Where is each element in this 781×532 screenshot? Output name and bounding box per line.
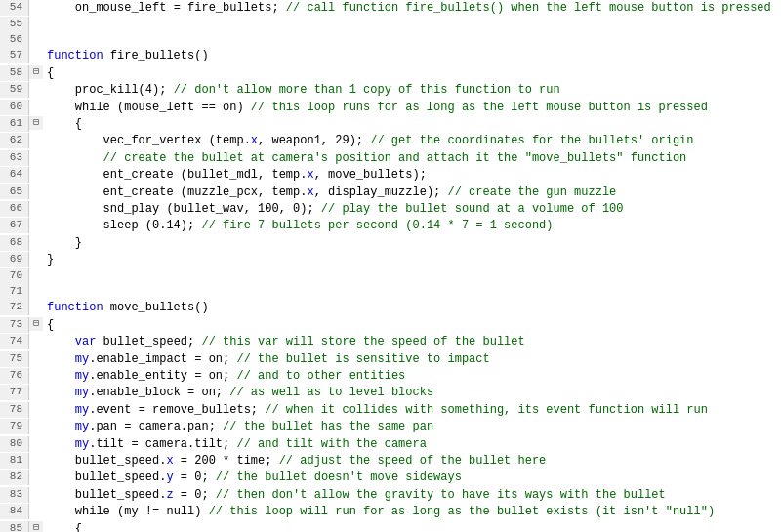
fold-indicator[interactable]: ⊟: [29, 317, 43, 332]
fold-indicator[interactable]: ⊟: [29, 65, 43, 80]
line-content: snd_play (bullet_wav, 100, 0); // play t…: [43, 201, 781, 218]
line-number: 65: [0, 184, 29, 200]
line-content: {: [43, 317, 781, 334]
line-content: function fire_bullets(): [43, 48, 781, 64]
line-number: 68: [0, 235, 29, 251]
line-content: {: [43, 65, 781, 82]
line-number: 64: [0, 167, 29, 183]
line-content: // create the bullet at camera's positio…: [43, 150, 781, 167]
code-line-79: 79 my.pan = camera.pan; // the bullet ha…: [0, 419, 781, 435]
code-line-77: 77 my.enable_block = on; // as well as t…: [0, 385, 781, 401]
line-content: my.enable_entity = on; // and to other e…: [43, 368, 781, 385]
line-content: my.enable_impact = on; // the bullet is …: [43, 351, 781, 368]
line-content: my.tilt = camera.tilt; // and tilt with …: [43, 436, 781, 453]
line-number: 71: [0, 284, 29, 300]
code-line-83: 83 bullet_speed.z = 0; // then don't all…: [0, 487, 781, 504]
line-number: 81: [0, 453, 29, 469]
code-line-62: 62 vec_for_vertex (temp.x, weapon1, 29);…: [0, 133, 781, 149]
code-line-68: 68 }: [0, 235, 781, 252]
line-number: 58: [0, 65, 29, 81]
code-line-84: 84 while (my != null) // this loop will …: [0, 504, 781, 520]
code-line-56: 56: [0, 32, 781, 48]
line-content: function move_bullets(): [43, 300, 781, 316]
line-number: 77: [0, 385, 29, 400]
code-line-85: 85⊟ {: [0, 521, 781, 532]
code-line-64: 64 ent_create (bullet_mdl, temp.x, move_…: [0, 167, 781, 184]
line-number: 61: [0, 116, 29, 132]
line-content: vec_for_vertex (temp.x, weapon1, 29); //…: [43, 133, 781, 149]
line-number: 56: [0, 32, 29, 48]
line-content: var bullet_speed; // this var will store…: [43, 334, 781, 350]
code-line-59: 59 proc_kill(4); // don't allow more tha…: [0, 82, 781, 99]
line-content: my.event = remove_bullets; // when it co…: [43, 402, 781, 419]
line-number: 82: [0, 470, 29, 485]
line-number: 59: [0, 82, 29, 98]
code-line-76: 76 my.enable_entity = on; // and to othe…: [0, 368, 781, 385]
line-number: 79: [0, 419, 29, 434]
code-line-78: 78 my.event = remove_bullets; // when it…: [0, 402, 781, 419]
line-number: 83: [0, 487, 29, 503]
line-content: {: [43, 521, 781, 532]
line-number: 57: [0, 48, 29, 63]
line-content: bullet_speed.y = 0; // the bullet doesn'…: [43, 470, 781, 486]
code-line-82: 82 bullet_speed.y = 0; // the bullet doe…: [0, 470, 781, 486]
code-line-57: 57 function fire_bullets(): [0, 48, 781, 64]
line-number: 70: [0, 268, 29, 284]
code-line-60: 60 while (mouse_left == on) // this loop…: [0, 100, 781, 116]
line-content: bullet_speed.x = 200 * time; // adjust t…: [43, 453, 781, 470]
code-line-67: 67 sleep (0.14); // fire 7 bullets per s…: [0, 218, 781, 234]
code-line-63: 63 // create the bullet at camera's posi…: [0, 150, 781, 167]
line-content: on_mouse_left = fire_bullets; // call fu…: [43, 0, 781, 17]
line-number: 84: [0, 504, 29, 519]
code-line-69: 69 }: [0, 252, 781, 268]
code-line-61: 61⊟ {: [0, 116, 781, 133]
line-number: 62: [0, 133, 29, 148]
code-editor: 54 on_mouse_left = fire_bullets; // call…: [0, 0, 781, 532]
line-number: 54: [0, 0, 29, 16]
code-line-73: 73⊟{: [0, 317, 781, 334]
line-content: ent_create (bullet_mdl, temp.x, move_bul…: [43, 167, 781, 184]
code-line-71: 71: [0, 284, 781, 300]
line-number: 55: [0, 17, 29, 32]
code-line-66: 66 snd_play (bullet_wav, 100, 0); // pla…: [0, 201, 781, 218]
line-content: sleep (0.14); // fire 7 bullets per seco…: [43, 218, 781, 234]
code-line-58: 58⊟{: [0, 65, 781, 82]
code-line-65: 65 ent_create (muzzle_pcx, temp.x, displ…: [0, 184, 781, 201]
line-content: while (my != null) // this loop will run…: [43, 504, 781, 520]
line-number: 60: [0, 100, 29, 115]
line-content: ent_create (muzzle_pcx, temp.x, display_…: [43, 184, 781, 201]
line-number: 66: [0, 201, 29, 217]
code-line-54: 54 on_mouse_left = fire_bullets; // call…: [0, 0, 781, 17]
code-line-74: 74 var bullet_speed; // this var will st…: [0, 334, 781, 350]
code-line-81: 81 bullet_speed.x = 200 * time; // adjus…: [0, 453, 781, 470]
line-content: }: [43, 252, 781, 268]
line-number: 63: [0, 150, 29, 166]
line-content: my.enable_block = on; // as well as to l…: [43, 385, 781, 401]
line-number: 76: [0, 368, 29, 384]
line-number: 73: [0, 317, 29, 333]
code-line-75: 75 my.enable_impact = on; // the bullet …: [0, 351, 781, 368]
line-content: bullet_speed.z = 0; // then don't allow …: [43, 487, 781, 504]
line-number: 80: [0, 436, 29, 452]
code-line-80: 80 my.tilt = camera.tilt; // and tilt wi…: [0, 436, 781, 453]
fold-indicator[interactable]: ⊟: [29, 521, 43, 532]
line-number: 85: [0, 521, 29, 532]
line-content: }: [43, 235, 781, 252]
code-line-72: 72 function move_bullets(): [0, 300, 781, 316]
line-number: 75: [0, 351, 29, 367]
line-number: 74: [0, 334, 29, 349]
line-number: 78: [0, 402, 29, 418]
code-line-70: 70: [0, 268, 781, 284]
fold-indicator[interactable]: ⊟: [29, 116, 43, 131]
line-content: {: [43, 116, 781, 133]
line-content: my.pan = camera.pan; // the bullet has t…: [43, 419, 781, 435]
line-number: 67: [0, 218, 29, 233]
line-number: 72: [0, 300, 29, 315]
line-content: proc_kill(4); // don't allow more than 1…: [43, 82, 781, 99]
line-content: while (mouse_left == on) // this loop ru…: [43, 100, 781, 116]
line-number: 69: [0, 252, 29, 267]
code-line-55: 55: [0, 17, 781, 32]
